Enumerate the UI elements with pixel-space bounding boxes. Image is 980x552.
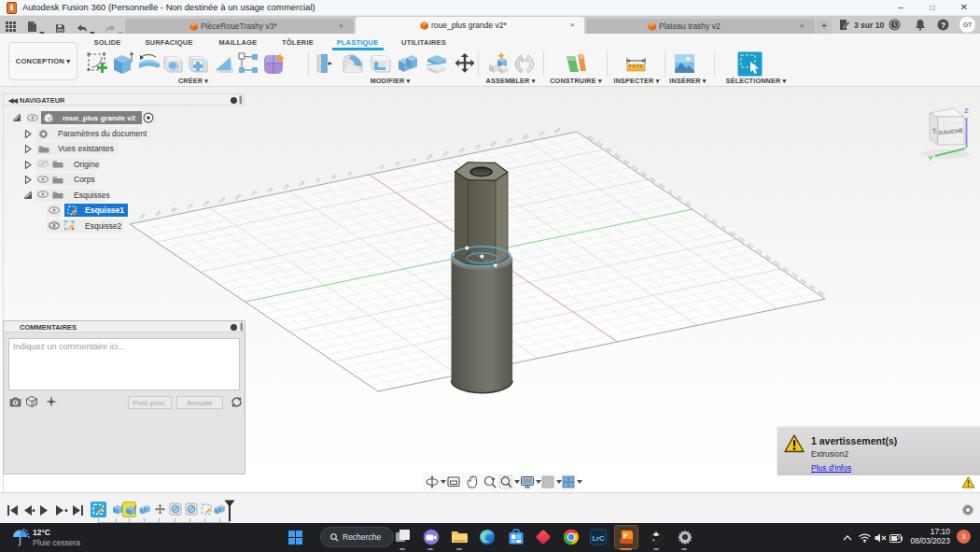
svg-text:100: 100: [298, 179, 306, 188]
svg-text:75: 75: [411, 157, 417, 163]
svg-text:50: 50: [394, 160, 400, 166]
svg-text:Z: Z: [964, 106, 969, 115]
svg-text:Y: Y: [928, 154, 933, 163]
svg-text:175: 175: [473, 143, 482, 151]
svg-text:275: 275: [538, 130, 546, 138]
svg-text:?: ?: [941, 21, 945, 30]
svg-text:25: 25: [378, 163, 385, 170]
svg-text:F: F: [623, 531, 628, 540]
svg-text:200: 200: [489, 139, 497, 148]
svg-text:300: 300: [553, 126, 562, 134]
svg-text:250: 250: [521, 133, 529, 141]
svg-text:225: 225: [505, 136, 513, 145]
svg-text:150: 150: [266, 186, 274, 194]
svg-text:175: 175: [250, 189, 259, 197]
svg-text:125: 125: [282, 182, 290, 191]
svg-text:50: 50: [330, 174, 337, 180]
svg-text:25: 25: [346, 170, 353, 177]
svg-text:LrC: LrC: [593, 534, 606, 543]
svg-text:150: 150: [457, 146, 466, 154]
svg-text:100: 100: [426, 153, 434, 162]
svg-text:125: 125: [441, 149, 450, 158]
svg-text:75: 75: [315, 177, 321, 183]
